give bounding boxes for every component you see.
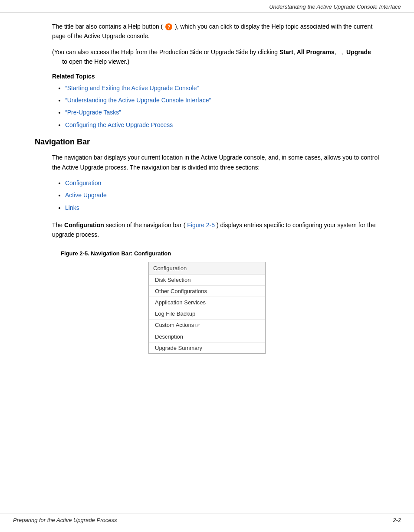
related-topics-section: Related Topics “Starting and Exiting the… (35, 73, 379, 130)
link-configuration[interactable]: Configuration (65, 180, 101, 186)
nav-box-item-application-services: Application Services (149, 297, 265, 308)
nav-box-item-custom-actions: Custom Actions☞ (149, 320, 265, 332)
list-item-configuration: Configuration (65, 178, 379, 188)
nav-bar-bullets-container: Configuration Active Upgrade Links (35, 178, 379, 212)
footer-right: 2-2 (393, 517, 401, 523)
list-item: “Pre-Upgrade Tasks” (65, 108, 379, 117)
main-content: The title bar also contains a Help butto… (0, 13, 414, 382)
list-item: “Understanding the Active Upgrade Consol… (65, 95, 379, 105)
related-topics-heading: Related Topics (52, 73, 379, 80)
nav-bar-paragraph-1: The navigation bar displays your current… (35, 153, 379, 172)
nav-bar-bullets: Configuration Active Upgrade Links (65, 178, 379, 212)
related-topics-list: “Starting and Exiting the Active Upgrade… (65, 83, 379, 130)
page-header: Understanding the Active Upgrade Console… (0, 0, 414, 13)
p2-text-start: (You can also access the Help from the P… (52, 49, 279, 55)
paragraph-1: The title bar also contains a Help butto… (35, 22, 379, 41)
link-preupgrade[interactable]: “Pre-Upgrade Tasks” (65, 109, 121, 116)
list-item-links: Links (65, 203, 379, 212)
figure-2-5-link[interactable]: Figure 2-5 (187, 222, 215, 228)
link-starting-exiting[interactable]: “Starting and Exiting the Active Upgrade… (65, 85, 199, 91)
p2-bold-upgrade: Upgrade (346, 49, 371, 55)
nav-box-header: Configuration (149, 262, 265, 274)
paragraph-2: (You can also access the Help from the P… (35, 47, 379, 67)
figure-container: Figure 2-5. Navigation Bar: Configuratio… (35, 250, 379, 354)
nav-bar-paragraph-2: The Configuration section of the navigat… (35, 220, 379, 240)
page-container: Understanding the Active Upgrade Console… (0, 0, 414, 532)
footer-left: Preparing for the Active Upgrade Process (13, 517, 117, 523)
configuration-bold: Configuration (64, 222, 104, 228)
p1-text-start: The title bar also contains a Help butto… (52, 23, 163, 30)
list-item: Configuring the Active Upgrade Process (65, 120, 379, 130)
p2-section-text: section of the navigation bar ( (106, 222, 186, 228)
link-configuring[interactable]: Configuring the Active Upgrade Process (65, 121, 173, 128)
p2-comma2: , , (335, 49, 345, 55)
link-understanding[interactable]: “Understanding the Active Upgrade Consol… (65, 97, 211, 104)
section-heading-nav-bar: Navigation Bar (35, 137, 379, 147)
list-item: “Starting and Exiting the Active Upgrade… (65, 83, 379, 93)
p2-text-end: to open the Help viewer.) (52, 58, 129, 65)
nav-box-item-upgrade-summary: Upgrade Summary (149, 343, 265, 353)
help-icon: ? (165, 23, 172, 30)
header-title: Understanding the Active Upgrade Console… (269, 3, 401, 10)
figure-caption: Figure 2-5. Navigation Bar: Configuratio… (61, 250, 171, 257)
nav-box-item-other-configurations: Other Configurations (149, 286, 265, 297)
cursor-icon: ☞ (195, 322, 200, 329)
list-item-active-upgrade: Active Upgrade (65, 190, 379, 200)
nav-box-item-description: Description (149, 331, 265, 343)
p2-start-text: The (52, 222, 64, 228)
p2-bold-start: Start (279, 49, 293, 55)
p2-comma1: , (293, 49, 297, 55)
page-footer: Preparing for the Active Upgrade Process… (0, 513, 414, 523)
nav-box: Configuration Disk Selection Other Confi… (148, 262, 266, 354)
nav-box-item-disk-selection: Disk Selection (149, 274, 265, 286)
link-active-upgrade[interactable]: Active Upgrade (65, 192, 107, 199)
p2-bold-allprograms: All Programs (297, 49, 335, 55)
link-links[interactable]: Links (65, 204, 79, 211)
nav-box-item-log-file-backup: Log File Backup (149, 308, 265, 320)
